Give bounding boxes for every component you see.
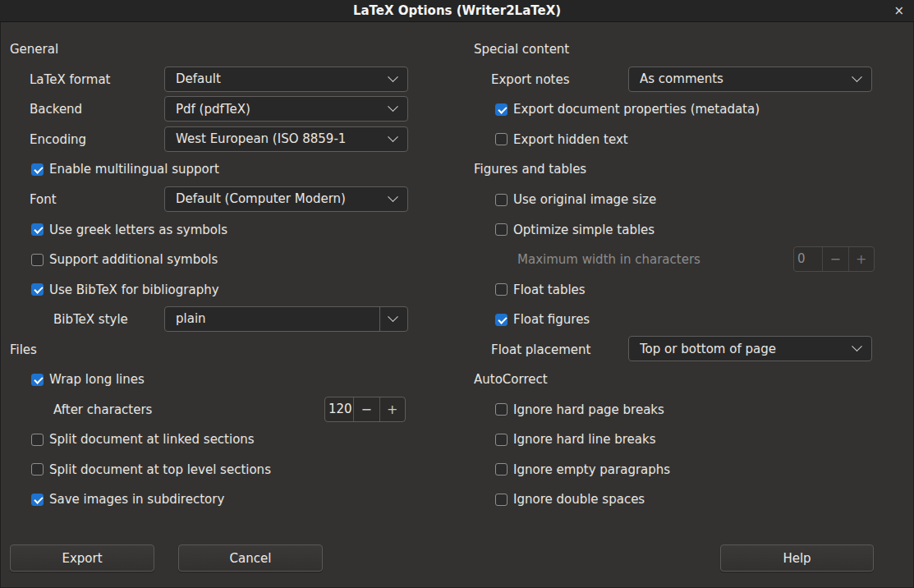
optimize-tables-row: Optimize simple tables bbox=[474, 214, 904, 245]
export-properties-row: Export document properties (metadata) bbox=[474, 94, 904, 125]
bibtex-style-combobox[interactable]: plain bbox=[164, 306, 408, 332]
max-width-row: Maximum width in characters 0 − + bbox=[474, 245, 904, 275]
latex-format-value: Default bbox=[176, 71, 221, 86]
wrap-long-lines-label: Wrap long lines bbox=[49, 372, 145, 387]
greek-letters-row: Use greek letters as symbols bbox=[10, 214, 420, 245]
increment-button[interactable]: + bbox=[380, 397, 406, 421]
greek-letters-checkbox[interactable] bbox=[31, 223, 44, 236]
save-images-checkbox[interactable] bbox=[31, 494, 44, 506]
bibtex-style-row: BibTeX style plain bbox=[10, 305, 420, 335]
split-top-checkbox[interactable] bbox=[31, 463, 44, 475]
original-size-label: Use original image size bbox=[513, 192, 656, 207]
export-notes-label: Export notes bbox=[491, 72, 569, 87]
chevron-down-icon bbox=[388, 311, 398, 322]
wrap-long-lines-checkbox[interactable] bbox=[31, 374, 44, 386]
ignore-empty-paragraphs-label: Ignore empty paragraphs bbox=[513, 462, 670, 477]
cancel-button[interactable]: Cancel bbox=[178, 544, 323, 572]
ignore-line-breaks-label: Ignore hard line breaks bbox=[513, 432, 655, 447]
float-figures-checkbox[interactable] bbox=[495, 314, 508, 326]
additional-symbols-row: Support additional symbols bbox=[10, 245, 420, 275]
section-header-figures-tables: Figures and tables bbox=[474, 162, 586, 177]
split-top-label: Split document at top level sections bbox=[49, 462, 271, 477]
backend-select[interactable]: Pdf (pdfTeX) bbox=[164, 96, 408, 122]
float-placement-row: Float placement Top or bottom of page bbox=[474, 334, 904, 365]
ignore-double-spaces-checkbox[interactable] bbox=[495, 494, 508, 506]
original-size-row: Use original image size bbox=[474, 185, 904, 215]
encoding-label: Encoding bbox=[30, 132, 86, 147]
latex-options-dialog: LaTeX Options (Writer2LaTeX) × General L… bbox=[0, 0, 914, 588]
float-figures-row: Float figures bbox=[474, 305, 904, 335]
encoding-select[interactable]: West European (ISO 8859-1 bbox=[164, 126, 408, 152]
decrement-button[interactable]: − bbox=[354, 397, 380, 421]
decrement-button: − bbox=[823, 247, 849, 271]
max-width-value: 0 bbox=[794, 247, 823, 271]
wrap-long-lines-row: Wrap long lines bbox=[10, 365, 420, 395]
export-button[interactable]: Export bbox=[10, 544, 154, 572]
split-linked-row: Split document at linked sections bbox=[10, 425, 420, 455]
export-hidden-checkbox[interactable] bbox=[495, 133, 508, 145]
optimize-tables-checkbox[interactable] bbox=[495, 223, 508, 236]
save-images-row: Save images in subdirectory bbox=[10, 485, 420, 515]
bibtex-label: Use BibTeX for bibliography bbox=[49, 283, 219, 297]
ignore-empty-paragraphs-row: Ignore empty paragraphs bbox=[474, 455, 904, 485]
save-images-label: Save images in subdirectory bbox=[49, 492, 224, 507]
optimize-tables-label: Optimize simple tables bbox=[513, 223, 654, 237]
enable-multilingual-row: Enable multilingual support bbox=[10, 154, 420, 185]
max-width-label: Maximum width in characters bbox=[517, 252, 700, 267]
help-button[interactable]: Help bbox=[720, 544, 874, 572]
float-figures-label: Float figures bbox=[513, 312, 590, 327]
chevron-down-icon bbox=[388, 71, 398, 82]
encoding-row: Encoding West European (ISO 8859-1 bbox=[10, 125, 420, 155]
latex-format-row: LaTeX format Default bbox=[10, 65, 420, 95]
enable-multilingual-label: Enable multilingual support bbox=[49, 162, 219, 177]
left-column: General LaTeX format Default Backend Pdf… bbox=[10, 34, 420, 515]
ignore-page-breaks-checkbox[interactable] bbox=[495, 403, 508, 416]
font-select[interactable]: Default (Computer Modern) bbox=[164, 186, 408, 212]
ignore-line-breaks-checkbox[interactable] bbox=[495, 434, 508, 446]
after-characters-row: After characters 120 − + bbox=[10, 395, 420, 425]
chevron-down-icon bbox=[852, 342, 862, 352]
max-width-spinner: 0 − + bbox=[793, 246, 875, 272]
export-notes-select[interactable]: As comments bbox=[628, 67, 872, 92]
bibtex-style-label: BibTeX style bbox=[53, 312, 128, 327]
float-placement-label: Float placement bbox=[491, 342, 590, 357]
additional-symbols-checkbox[interactable] bbox=[31, 254, 44, 266]
ignore-empty-paragraphs-checkbox[interactable] bbox=[495, 463, 508, 475]
ignore-page-breaks-label: Ignore hard page breaks bbox=[513, 402, 664, 417]
font-value: Default (Computer Modern) bbox=[176, 191, 346, 206]
titlebar: LaTeX Options (Writer2LaTeX) × bbox=[0, 0, 914, 22]
dialog-title: LaTeX Options (Writer2LaTeX) bbox=[353, 3, 561, 18]
ignore-double-spaces-row: Ignore double spaces bbox=[474, 485, 904, 515]
close-icon[interactable]: × bbox=[891, 0, 907, 21]
font-row: Font Default (Computer Modern) bbox=[10, 185, 420, 215]
export-notes-row: Export notes As comments bbox=[474, 65, 904, 95]
ignore-page-breaks-row: Ignore hard page breaks bbox=[474, 395, 904, 425]
after-characters-label: After characters bbox=[53, 402, 152, 417]
backend-value: Pdf (pdfTeX) bbox=[176, 102, 250, 117]
ignore-line-breaks-row: Ignore hard line breaks bbox=[474, 425, 904, 455]
section-header-special-content: Special content bbox=[474, 42, 569, 57]
font-label: Font bbox=[30, 192, 57, 207]
float-placement-select[interactable]: Top or bottom of page bbox=[628, 336, 872, 361]
latex-format-label: LaTeX format bbox=[30, 72, 110, 87]
export-notes-value: As comments bbox=[640, 71, 723, 86]
greek-letters-label: Use greek letters as symbols bbox=[49, 223, 227, 237]
original-size-checkbox[interactable] bbox=[495, 194, 508, 206]
after-characters-spinner: 120 − + bbox=[324, 397, 406, 422]
after-characters-value[interactable]: 120 bbox=[325, 397, 354, 421]
backend-label: Backend bbox=[30, 102, 82, 117]
export-properties-checkbox[interactable] bbox=[495, 103, 508, 116]
chevron-down-icon bbox=[388, 131, 398, 142]
split-linked-checkbox[interactable] bbox=[31, 434, 44, 446]
export-hidden-row: Export hidden text bbox=[474, 125, 904, 155]
bibtex-row: Use BibTeX for bibliography bbox=[10, 274, 420, 305]
section-header-files: Files bbox=[10, 342, 37, 357]
right-column: Special content Export notes As comments… bbox=[474, 34, 904, 515]
latex-format-select[interactable]: Default bbox=[164, 67, 408, 92]
enable-multilingual-checkbox[interactable] bbox=[31, 163, 44, 176]
float-tables-checkbox[interactable] bbox=[495, 283, 508, 296]
bibtex-checkbox[interactable] bbox=[31, 283, 44, 296]
section-header-autocorrect: AutoCorrect bbox=[474, 372, 548, 387]
section-header-general: General bbox=[10, 42, 58, 57]
additional-symbols-label: Support additional symbols bbox=[49, 252, 218, 267]
